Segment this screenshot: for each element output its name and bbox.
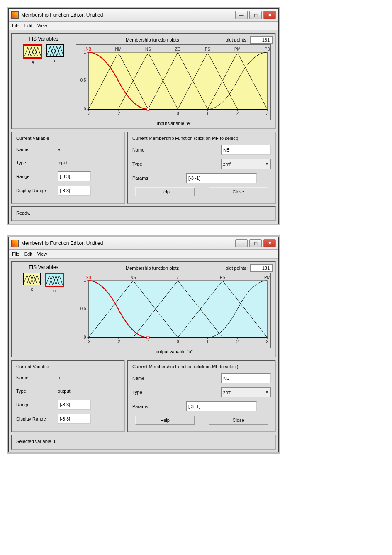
svg-text:NB: NB [85, 275, 91, 280]
svg-text:0: 0 [177, 340, 179, 344]
svg-text:-2: -2 [117, 340, 120, 344]
current-mf-panel: Current Membership Function (click on MF… [127, 360, 276, 432]
svg-text:3: 3 [266, 111, 268, 116]
var-range-input[interactable] [58, 400, 91, 410]
mf-plot[interactable]: -3-2-1012300.51NBNSZPSPM [76, 273, 271, 348]
var-name-value: u [58, 375, 60, 380]
mf-params-label: Params [132, 176, 174, 181]
chevron-down-icon: ▼ [265, 390, 269, 394]
close-button[interactable]: ✕ [263, 239, 276, 247]
titlebar[interactable]: Membership Function Editor: Untitled — ◻… [9, 237, 278, 250]
menu-edit[interactable]: Edit [24, 252, 32, 257]
minimize-button[interactable]: — [235, 239, 248, 247]
svg-rect-30 [147, 108, 149, 110]
svg-text:ZO: ZO [175, 47, 181, 51]
svg-rect-2 [88, 52, 267, 109]
mf-type-label: Type [132, 390, 174, 395]
mf-params-input[interactable] [186, 173, 257, 183]
help-button[interactable]: Help [135, 187, 195, 196]
current-variable-panel: Current Variable Nameu Typeoutput Range … [11, 360, 125, 432]
close-button-panel[interactable]: Close [209, 416, 268, 425]
window-controls: — ◻ ✕ [235, 239, 276, 247]
fis-variable-e[interactable]: e [23, 44, 42, 65]
menu-edit[interactable]: Edit [24, 23, 32, 28]
fis-variable-label: u [45, 288, 64, 293]
menu-view[interactable]: View [37, 252, 47, 257]
help-button[interactable]: Help [135, 416, 195, 425]
menu-view[interactable]: View [37, 23, 47, 28]
mf-params-input[interactable] [186, 401, 257, 411]
plot-points-label: plot points: [226, 266, 248, 271]
svg-text:-2: -2 [117, 111, 120, 116]
mf-plot[interactable]: -3-2-1012300.51NBNMNSZOPSPMPB [76, 44, 271, 120]
status-bar: Selected variable "u" [11, 435, 276, 450]
maximize-button[interactable]: ◻ [249, 11, 262, 19]
fis-variable-icon[interactable] [46, 44, 64, 57]
plot-points-input[interactable]: 181 [250, 264, 273, 272]
menubar: FileEditView [9, 250, 278, 259]
var-type-value: input [58, 160, 68, 165]
plot-axis-label: input variable "e" [76, 121, 273, 126]
mf-name-input[interactable] [221, 145, 271, 155]
close-button-panel[interactable]: Close [209, 187, 268, 196]
fis-variables-panel: FIS Variables e u [15, 36, 73, 126]
var-display-range-input[interactable] [58, 186, 91, 196]
mf-name-input[interactable] [221, 373, 271, 383]
var-type-value: output [58, 389, 71, 394]
svg-text:1: 1 [207, 111, 209, 116]
svg-text:-3: -3 [87, 340, 90, 344]
var-type-label: Type [16, 160, 58, 165]
svg-text:NM: NM [115, 47, 122, 51]
svg-text:PS: PS [205, 47, 210, 51]
plot-panel: Membership function plots plot points: 1… [76, 36, 273, 126]
chevron-down-icon: ▼ [265, 162, 269, 166]
svg-text:0.5: 0.5 [80, 306, 86, 311]
svg-text:-1: -1 [146, 111, 150, 116]
fis-variables-title: FIS Variables [15, 36, 73, 42]
var-type-label: Type [16, 389, 58, 394]
plot-points-input[interactable]: 181 [250, 36, 273, 44]
var-name-label: Name [16, 375, 58, 380]
plot-header-label: Membership function plots [126, 266, 179, 271]
svg-text:-3: -3 [87, 111, 90, 116]
fis-variable-label: u [46, 58, 64, 63]
mf-editor-window: Membership Function Editor: Untitled — ◻… [8, 8, 279, 224]
maximize-button[interactable]: ◻ [249, 239, 262, 247]
mf-type-select[interactable]: zmf▼ [221, 159, 271, 169]
svg-text:PM: PM [234, 47, 241, 51]
var-range-label: Range [16, 402, 58, 407]
svg-text:NS: NS [145, 47, 151, 51]
menu-file[interactable]: File [12, 23, 19, 28]
fis-variable-label: e [23, 286, 41, 291]
minimize-button[interactable]: — [235, 11, 248, 19]
close-button[interactable]: ✕ [263, 11, 276, 19]
fis-variable-e[interactable]: e [23, 273, 41, 293]
var-display-range-input[interactable] [58, 414, 91, 424]
current-mf-title: Current Membership Function (click on MF… [132, 364, 271, 369]
svg-text:PM: PM [264, 275, 270, 280]
fis-variable-icon[interactable] [23, 44, 42, 59]
mf-type-select[interactable]: zmf▼ [221, 387, 271, 397]
matlab-icon [11, 11, 19, 19]
current-mf-title: Current Membership Function (click on MF… [132, 136, 271, 141]
current-variable-panel: Current Variable Namee Typeinput Range D… [11, 132, 125, 204]
menu-file[interactable]: File [12, 252, 19, 257]
titlebar[interactable]: Membership Function Editor: Untitled — ◻… [9, 9, 278, 22]
svg-text:PB: PB [265, 47, 270, 51]
plot-points-label: plot points: [226, 37, 248, 42]
fis-variable-icon[interactable] [23, 273, 41, 285]
window-title: Membership Function Editor: Untitled [21, 240, 235, 246]
mf-params-label: Params [132, 404, 174, 409]
mf-editor-window: Membership Function Editor: Untitled — ◻… [8, 237, 279, 452]
fis-variable-label: e [23, 60, 42, 65]
fis-variable-u[interactable]: u [45, 273, 64, 293]
svg-text:1: 1 [207, 340, 209, 344]
fis-variable-icon[interactable] [45, 273, 64, 287]
fis-variable-u[interactable]: u [46, 44, 64, 65]
current-mf-panel: Current Membership Function (click on MF… [127, 132, 276, 204]
plot-header-label: Membership function plots [126, 37, 179, 42]
var-range-input[interactable] [58, 171, 91, 181]
svg-text:2: 2 [236, 111, 239, 116]
svg-text:-1: -1 [146, 340, 150, 344]
window-controls: — ◻ ✕ [235, 11, 276, 19]
